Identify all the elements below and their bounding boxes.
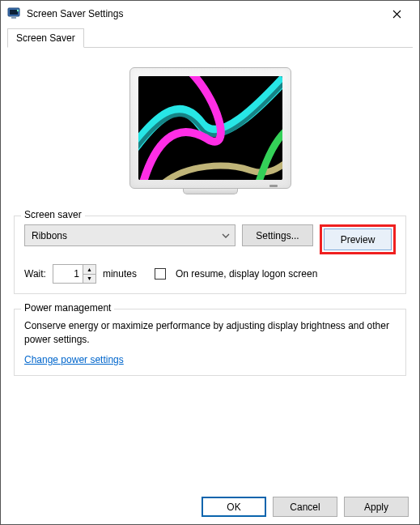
cancel-button-label: Cancel — [290, 502, 320, 513]
power-group-title: Power management — [21, 302, 114, 314]
monitor-graphic — [129, 67, 291, 194]
close-icon — [392, 10, 401, 19]
monitor-bezel-button-icon — [269, 185, 278, 187]
ok-button-label: OK — [227, 502, 240, 513]
wait-spinner[interactable]: ▲ ▼ — [53, 264, 96, 284]
window-titlebar: Screen Saver Settings — [1, 1, 419, 27]
cancel-button[interactable]: Cancel — [273, 497, 337, 517]
wait-input[interactable] — [53, 265, 83, 283]
screen-saver-group-title: Screen saver — [21, 209, 85, 220]
tab-screen-saver[interactable]: Screen Saver — [7, 28, 84, 48]
on-resume-checkbox[interactable] — [155, 268, 166, 280]
svg-rect-2 — [11, 17, 16, 19]
spinner-down-button[interactable]: ▼ — [83, 275, 95, 284]
dialog-footer: OK Cancel Apply — [202, 497, 409, 517]
settings-button[interactable]: Settings... — [242, 224, 313, 246]
preview-highlight: Preview — [320, 224, 396, 254]
saver-selected-value: Ribbons — [32, 230, 67, 241]
tab-strip: Screen Saver — [7, 28, 413, 48]
saver-dropdown[interactable]: Ribbons — [24, 224, 235, 246]
tab-content: Screen saver Ribbons Settings... Preview… — [1, 48, 419, 387]
app-icon — [7, 6, 22, 21]
svg-point-3 — [17, 10, 19, 11]
chevron-down-icon — [222, 231, 230, 240]
tab-label: Screen Saver — [16, 32, 75, 44]
apply-button-label: Apply — [364, 502, 388, 513]
monitor-screen — [138, 76, 282, 180]
preview-button-label: Preview — [341, 234, 375, 245]
screen-saver-group: Screen saver Ribbons Settings... Preview… — [14, 216, 406, 294]
apply-button[interactable]: Apply — [344, 497, 409, 517]
window-title: Screen Saver Settings — [27, 8, 380, 19]
power-management-group: Power management Conserve energy or maxi… — [14, 309, 406, 376]
preview-button[interactable]: Preview — [324, 228, 392, 250]
spinner-up-button[interactable]: ▲ — [83, 265, 95, 275]
settings-button-label: Settings... — [256, 230, 299, 241]
svg-rect-1 — [10, 10, 18, 15]
close-button[interactable] — [380, 2, 413, 25]
power-description: Conserve energy or maximize performance … — [24, 319, 396, 348]
change-power-settings-link[interactable]: Change power settings — [24, 354, 124, 365]
ribbons-preview-icon — [138, 76, 282, 180]
wait-label: Wait: — [24, 268, 46, 280]
minutes-label: minutes — [103, 268, 137, 280]
on-resume-label: On resume, display logon screen — [176, 268, 317, 280]
monitor-preview-area — [12, 59, 408, 209]
ok-button[interactable]: OK — [202, 497, 266, 517]
